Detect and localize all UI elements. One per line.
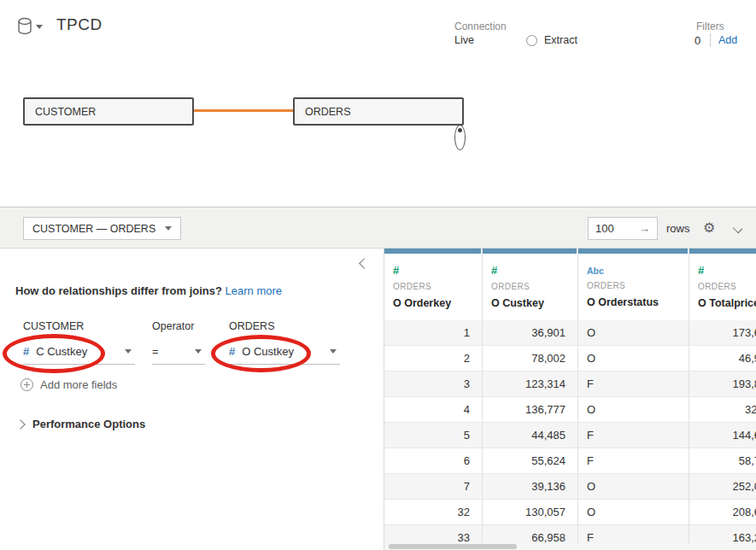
column-header-custkey[interactable]: # ORDERS O Custkey — [483, 249, 578, 320]
cell-custkey: 36,901 — [483, 320, 578, 345]
cell-orderkey: 1 — [384, 320, 483, 345]
cell-orderstatus: O — [578, 500, 689, 524]
collapse-panel-chevron-icon[interactable] — [359, 258, 370, 269]
cell-orderkey: 5 — [384, 423, 483, 448]
row-count-value: 100 — [595, 222, 614, 235]
cell-custkey: 78,002 — [483, 346, 578, 371]
cell-totalprice: 58,7 — [689, 448, 756, 473]
chevron-down-icon — [195, 349, 202, 354]
chevron-down-icon — [330, 349, 337, 354]
operator-select[interactable]: = — [152, 339, 205, 365]
question-text: How do relationships differ from joins? — [15, 284, 222, 297]
cell-orderkey: 32 — [384, 500, 483, 524]
column-strip — [689, 249, 756, 254]
rows-label: rows — [666, 222, 689, 235]
number-type-icon: # — [229, 345, 235, 358]
column-field-name: O Orderstatus — [587, 296, 689, 308]
cell-orderstatus: F — [578, 423, 689, 448]
page-title: TPCD — [56, 15, 103, 34]
filters-label: Filters — [696, 20, 724, 32]
cell-orderstatus: F — [578, 448, 689, 473]
column-header-totalprice[interactable]: # ORDERS O Totalprice — [689, 249, 756, 320]
table-row: 5 44,485 F 144,6 — [384, 423, 756, 448]
number-type-icon: # — [698, 264, 756, 277]
cell-custkey: 130,057 — [483, 500, 578, 524]
table-row: 4 136,777 O 32, — [384, 397, 756, 423]
cell-totalprice: 46,9 — [689, 346, 756, 371]
connection-label: Connection — [454, 20, 507, 32]
cell-custkey: 136,777 — [483, 397, 578, 422]
right-field-select[interactable]: # O Custkey — [229, 339, 340, 365]
column-header-orderstatus[interactable]: Abc ORDERS O Orderstatus — [578, 249, 689, 320]
chevron-down-icon — [125, 349, 132, 354]
column-strip — [578, 249, 688, 254]
apply-row-count-arrow-icon[interactable]: → — [639, 222, 650, 235]
datasource-page: TPCD Connection Live Extract Filters 0 A… — [0, 0, 756, 550]
cell-orderkey: 7 — [384, 474, 483, 499]
operator-value: = — [152, 345, 159, 358]
radio-live[interactable]: Live — [454, 34, 474, 46]
grid-toolbar: CUSTOMER — ORDERS 100 → rows ⚙ — [0, 207, 756, 249]
database-menu-button[interactable] — [17, 15, 50, 38]
chevron-right-icon — [15, 419, 25, 429]
number-type-icon: # — [491, 264, 577, 277]
relationship-selector-label: CUSTOMER — ORDERS — [32, 223, 155, 235]
radio-live-icon[interactable] — [454, 125, 466, 150]
collapse-grid-chevron-icon[interactable] — [733, 224, 742, 233]
horizontal-scrollbar-track[interactable] — [384, 543, 756, 550]
grid-body: 1 36,901 O 173,6 2 78,002 O 46,9 3 123,3… — [384, 320, 756, 550]
cell-orderstatus: O — [578, 320, 689, 345]
cell-orderkey: 4 — [384, 397, 483, 422]
radio-extract-label: Extract — [544, 34, 577, 46]
cell-custkey: 39,136 — [483, 474, 578, 499]
number-type-icon: # — [23, 345, 29, 358]
table-node-orders[interactable]: ORDERS — [293, 97, 464, 126]
cell-totalprice: 32, — [689, 397, 756, 422]
string-type-icon: Abc — [587, 266, 689, 276]
gear-icon[interactable]: ⚙ — [703, 219, 715, 237]
database-icon — [17, 17, 32, 36]
performance-options-toggle[interactable]: Performance Options — [17, 418, 145, 430]
performance-options-label: Performance Options — [32, 418, 145, 430]
chevron-down-icon — [165, 226, 172, 231]
relationship-panel: How do relationships differ from joins? … — [0, 249, 384, 550]
relationship-question: How do relationships differ from joins? … — [15, 284, 282, 297]
main-area: How do relationships differ from joins? … — [0, 249, 756, 550]
radio-extract[interactable]: Extract — [526, 34, 577, 46]
header: TPCD Connection Live Extract Filters 0 A… — [0, 0, 756, 207]
cell-totalprice: 208,6 — [689, 500, 756, 524]
cell-custkey: 44,485 — [483, 423, 578, 448]
cell-custkey: 123,314 — [483, 372, 578, 396]
cell-orderstatus: F — [578, 372, 689, 396]
filters-count: 0 — [694, 34, 700, 47]
add-more-fields-button[interactable]: Add more fields — [21, 378, 117, 391]
filters-divider — [710, 33, 711, 47]
cell-totalprice: 173,6 — [689, 320, 756, 345]
relationship-selector-dropdown[interactable]: CUSTOMER — ORDERS — [23, 217, 181, 240]
column-table-name: ORDERS — [491, 282, 577, 291]
table-row: 3 123,314 F 193,8 — [384, 372, 756, 397]
radio-extract-icon[interactable] — [526, 35, 537, 46]
left-field-select[interactable]: # C Custkey — [23, 339, 135, 365]
cell-totalprice: 144,6 — [689, 423, 756, 448]
right-table-label: ORDERS — [229, 320, 274, 332]
row-count-input[interactable]: 100 → — [588, 217, 658, 240]
cell-totalprice: 193,8 — [689, 372, 756, 396]
table-node-customer[interactable]: CUSTOMER — [23, 97, 194, 126]
cell-orderkey: 3 — [384, 372, 483, 396]
column-field-name: O Totalprice — [698, 297, 756, 309]
cell-orderstatus: O — [578, 397, 689, 422]
column-strip — [384, 249, 481, 254]
column-header-orderkey[interactable]: # ORDERS O Orderkey — [384, 249, 483, 320]
column-table-name: ORDERS — [393, 282, 482, 291]
table-row: 6 55,624 F 58,7 — [384, 448, 756, 474]
table-row: 7 39,136 O 252,0 — [384, 474, 756, 500]
data-preview-grid: # ORDERS O Orderkey # ORDERS O Custkey A… — [384, 249, 756, 550]
learn-more-link[interactable]: Learn more — [226, 284, 282, 297]
filters-add-link[interactable]: Add — [718, 34, 737, 46]
table-row: 32 130,057 O 208,6 — [384, 500, 756, 525]
column-field-name: O Orderkey — [393, 297, 482, 309]
horizontal-scrollbar-thumb[interactable] — [389, 544, 517, 549]
relationship-noodle[interactable] — [194, 109, 293, 112]
column-field-name: O Custkey — [491, 297, 577, 309]
